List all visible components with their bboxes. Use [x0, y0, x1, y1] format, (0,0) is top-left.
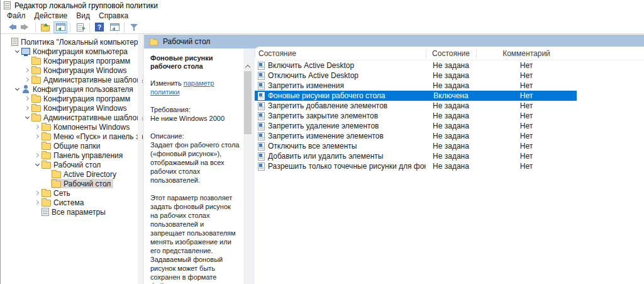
tree-item-body[interactable]: Административные шаблоны: [31, 75, 143, 84]
chevron-expanded-icon[interactable]: [13, 86, 21, 93]
tree-item[interactable]: Конфигурация Windows: [1, 65, 143, 75]
tree-item-label: Конфигурация Windows: [43, 66, 127, 75]
policy-setting-icon: [258, 102, 265, 110]
new-window-button[interactable]: [108, 21, 121, 33]
up-one-level-button[interactable]: [38, 21, 52, 33]
column-divider[interactable]: [476, 49, 477, 58]
tree-scrollbar[interactable]: [138, 35, 142, 284]
menu-item-файл[interactable]: Файл: [3, 11, 30, 20]
chevron-collapsed-icon[interactable]: [23, 95, 31, 103]
tree-item-body[interactable]: Active Directory: [51, 169, 119, 179]
column-header-state[interactable]: Состояние: [426, 47, 476, 60]
tree-item[interactable]: Active Directory: [1, 169, 143, 179]
filter-button[interactable]: [127, 21, 141, 33]
setting-row[interactable]: Отключить Active DesktopНе заданаНет: [255, 71, 577, 81]
tree-item[interactable]: Сеть: [1, 188, 143, 198]
tree-item[interactable]: Все параметры: [1, 207, 143, 217]
setting-row[interactable]: Добавить или удалить элементыНе заданаНе…: [255, 151, 577, 161]
chevron-collapsed-icon[interactable]: [23, 67, 31, 74]
tree-item-body[interactable]: Общие папки: [41, 141, 103, 151]
tree-item[interactable]: Система: [1, 198, 143, 207]
tree-item[interactable]: Панель управления: [1, 151, 143, 160]
scroll-up-button[interactable]: [243, 61, 252, 71]
scrollbar-thumb[interactable]: [244, 71, 252, 134]
tree-item[interactable]: Административные шаблоны: [1, 75, 143, 84]
setting-name-cell: Разрешить только точечные рисунки для фо…: [255, 162, 426, 171]
chevron-collapsed-icon[interactable]: [33, 199, 41, 207]
chevron-expanded-icon[interactable]: [33, 161, 41, 169]
chevron-collapsed-icon[interactable]: [33, 190, 41, 197]
tree-item-body[interactable]: Компоненты Windows: [41, 122, 132, 132]
policy-setting-icon: [258, 162, 265, 171]
back-button[interactable]: [4, 21, 18, 33]
setting-comment-cell: Нет: [476, 132, 577, 140]
forward-button[interactable]: [19, 21, 33, 33]
chevron-collapsed-icon[interactable]: [33, 123, 41, 131]
tree-item[interactable]: Меню «Пуск» и панель задач: [1, 132, 143, 141]
setting-row[interactable]: Фоновые рисунки рабочего столаВключенаНе…: [255, 91, 577, 101]
column-divider[interactable]: [255, 49, 255, 58]
column-divider[interactable]: [426, 49, 426, 58]
tree-item-body[interactable]: Рабочий стол: [51, 179, 113, 188]
column-header-setting[interactable]: Состояние: [255, 47, 426, 60]
chevron-expanded-icon[interactable]: [13, 48, 21, 55]
tree-item[interactable]: Конфигурация Windows: [1, 103, 143, 113]
setting-row[interactable]: Отключить все элементыНе заданаНет: [255, 141, 577, 151]
tree-item-body[interactable]: Конфигурация программ: [31, 94, 133, 103]
setting-comment-cell: Нет: [476, 152, 577, 161]
tree-item[interactable]: Конфигурация программ: [1, 94, 143, 103]
tree-item-body[interactable]: Политика "Локальный компьютер": [11, 37, 143, 47]
tree-item-body[interactable]: Конфигурация Windows: [31, 65, 130, 75]
policy-setting-icon: [258, 72, 265, 80]
menu-item-вид[interactable]: Вид: [72, 11, 94, 20]
folder-icon: [42, 200, 51, 207]
menu-item-справка[interactable]: Справка: [94, 11, 133, 20]
chevron-collapsed-icon[interactable]: [23, 76, 31, 84]
chevron-collapsed-icon[interactable]: [23, 105, 31, 112]
setting-row[interactable]: Включить Active DesktopНе заданаНет: [255, 60, 577, 71]
chevron-collapsed-icon[interactable]: [33, 152, 41, 159]
tree-item-body[interactable]: Административные шаблоны: [31, 113, 143, 122]
setting-row[interactable]: Запретить добавление элементовНе заданаН…: [255, 101, 577, 111]
tree-item[interactable]: Рабочий стол: [1, 160, 143, 169]
tree-item-label: Политика "Локальный компьютер": [21, 38, 141, 47]
column-header-comment[interactable]: Комментарий: [476, 47, 577, 60]
tree-item-body[interactable]: Система: [41, 198, 86, 207]
tree-item[interactable]: Общие папки: [1, 141, 143, 151]
setting-row[interactable]: Запретить изменение элементовНе заданаНе…: [255, 131, 577, 141]
export-list-button[interactable]: [73, 21, 87, 33]
help-button[interactable]: ?: [92, 21, 106, 33]
show-console-tree-button[interactable]: [53, 21, 67, 33]
setting-row[interactable]: Запретить закрытие элементовНе заданаНет: [255, 111, 577, 121]
tree-item-body[interactable]: Конфигурация компьютера: [21, 47, 130, 56]
chevron-glyph: [24, 106, 28, 110]
setting-row[interactable]: Запретить измененияНе заданаНет: [255, 81, 577, 91]
setting-row[interactable]: Запретить удаление элементовНе заданаНет: [255, 121, 577, 131]
tree-item[interactable]: Рабочий стол: [1, 179, 143, 188]
tree-item[interactable]: Конфигурация программ: [1, 56, 143, 65]
chevron-expanded-icon[interactable]: [23, 114, 31, 122]
tree-item[interactable]: Политика "Локальный компьютер": [1, 37, 143, 47]
tree-item[interactable]: Компоненты Windows: [1, 122, 143, 132]
description-scrollbar[interactable]: [243, 61, 252, 284]
tree-item-body[interactable]: Конфигурация Windows: [31, 103, 130, 113]
setting-state-cell: Не задана: [426, 152, 476, 161]
setting-name-cell: Запретить изменение элементов: [255, 132, 426, 140]
tree-item-label: Общие папки: [53, 142, 100, 151]
tree-item-body[interactable]: Конфигурация пользователя: [21, 84, 136, 94]
tree-item-body[interactable]: Панель управления: [41, 151, 125, 160]
tree-item-body[interactable]: Рабочий стол: [41, 160, 103, 169]
tree-item-body[interactable]: Все параметры: [41, 207, 108, 217]
tree-item[interactable]: Конфигурация пользователя: [1, 84, 143, 94]
chevron-collapsed-icon[interactable]: [33, 133, 41, 140]
setting-row[interactable]: Разрешить только точечные рисунки для фо…: [255, 161, 577, 171]
setting-name-label: Запретить изменение элементов: [268, 132, 384, 140]
tree-item-body[interactable]: Меню «Пуск» и панель задач: [41, 132, 143, 141]
tree-item[interactable]: Административные шаблоны: [1, 113, 143, 122]
tree-item-body[interactable]: Сеть: [41, 188, 73, 198]
menu-item-действие[interactable]: Действие: [30, 11, 72, 20]
tree-item-label: Административные шаблоны: [43, 76, 143, 84]
folder-icon: [52, 181, 61, 188]
tree-item-body[interactable]: Конфигурация программ: [31, 56, 133, 65]
tree-item[interactable]: Конфигурация компьютера: [1, 47, 143, 56]
